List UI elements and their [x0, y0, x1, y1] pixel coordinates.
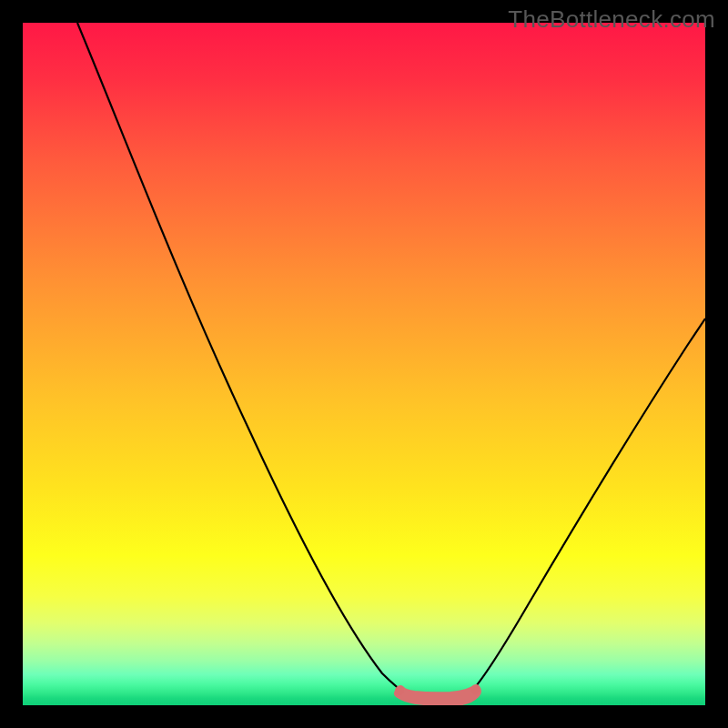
bottom-peak-band: [399, 689, 477, 702]
chart-frame: TheBottleneck.com: [0, 0, 728, 728]
plot-area: [23, 23, 705, 705]
band-dot-left: [395, 686, 404, 695]
band-dot-right: [470, 685, 480, 694]
curve-left: [77, 23, 410, 696]
watermark-text: TheBottleneck.com: [508, 5, 715, 34]
curve-overlay: [23, 23, 705, 705]
curve-right: [467, 318, 705, 696]
